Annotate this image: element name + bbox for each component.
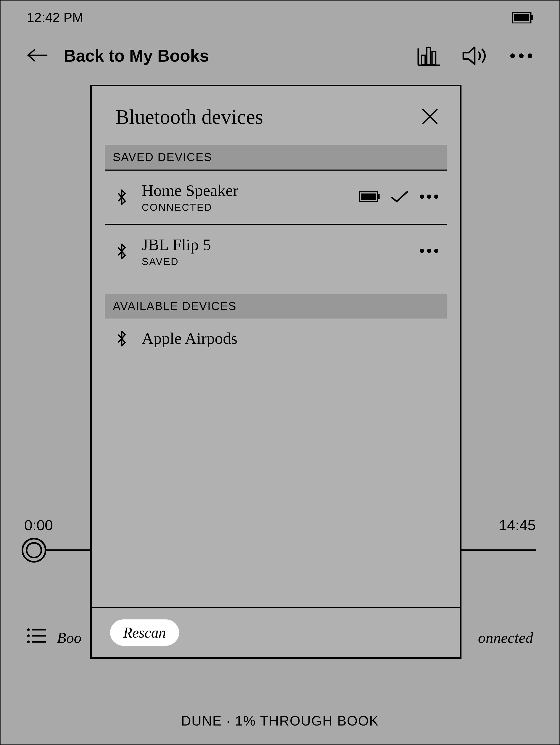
rescan-button[interactable]: Rescan bbox=[110, 619, 179, 646]
back-label[interactable]: Back to My Books bbox=[64, 46, 417, 66]
svg-point-24 bbox=[420, 195, 424, 199]
top-nav: Back to My Books bbox=[27, 40, 533, 72]
device-actions bbox=[359, 190, 439, 204]
svg-rect-1 bbox=[514, 14, 529, 21]
time-current: 0:00 bbox=[24, 517, 53, 533]
svg-point-25 bbox=[427, 195, 431, 199]
status-bar: 12:42 PM bbox=[1, 1, 559, 35]
bluetooth-modal: Bluetooth devices SAVED DEVICES Home Spe… bbox=[90, 85, 462, 659]
toc-icon[interactable] bbox=[27, 627, 46, 648]
nav-right bbox=[417, 45, 533, 66]
svg-marker-9 bbox=[463, 47, 475, 64]
device-name: Apple Airpods bbox=[142, 329, 439, 348]
device-status: SAVED bbox=[142, 256, 406, 267]
device-status: CONNECTED bbox=[142, 202, 346, 213]
equalizer-icon[interactable] bbox=[417, 45, 441, 66]
svg-rect-7 bbox=[427, 47, 430, 65]
modal-header: Bluetooth devices bbox=[92, 86, 460, 137]
device-info: Home Speaker CONNECTED bbox=[142, 181, 346, 213]
device-more-icon[interactable] bbox=[419, 194, 439, 200]
modal-body: SAVED DEVICES Home Speaker CONNECTED bbox=[92, 137, 460, 607]
svg-rect-6 bbox=[422, 55, 425, 65]
bottom-right-text: onnected bbox=[478, 629, 533, 647]
footer-status: DUNE · 1% THROUGH BOOK bbox=[1, 697, 559, 744]
device-actions bbox=[419, 248, 439, 255]
svg-point-28 bbox=[427, 249, 431, 253]
battery-icon bbox=[512, 12, 533, 24]
scrubber-handle[interactable] bbox=[22, 538, 46, 562]
svg-point-10 bbox=[510, 54, 515, 58]
bottom-left-text: Boo bbox=[57, 629, 82, 647]
svg-point-29 bbox=[434, 249, 438, 253]
more-icon[interactable] bbox=[509, 52, 533, 60]
book-progress-text: DUNE · 1% THROUGH BOOK bbox=[181, 713, 379, 729]
device-row[interactable]: Home Speaker CONNECTED bbox=[105, 170, 447, 225]
close-icon[interactable] bbox=[418, 105, 441, 129]
device-name: Home Speaker bbox=[142, 181, 346, 200]
svg-point-12 bbox=[528, 54, 532, 58]
device-battery-icon bbox=[359, 191, 380, 203]
svg-rect-8 bbox=[432, 52, 436, 65]
speaker-icon[interactable] bbox=[462, 45, 488, 66]
svg-point-15 bbox=[27, 635, 30, 637]
device-more-icon[interactable] bbox=[419, 248, 439, 255]
screen: 12:42 PM Back to My Books bbox=[0, 0, 560, 745]
checkmark-icon bbox=[391, 190, 409, 204]
svg-point-26 bbox=[434, 195, 438, 199]
clock: 12:42 PM bbox=[27, 10, 83, 25]
modal-footer: Rescan bbox=[92, 607, 460, 657]
bluetooth-icon bbox=[115, 189, 128, 205]
time-total: 14:45 bbox=[499, 517, 536, 533]
bluetooth-icon bbox=[115, 243, 128, 260]
device-info: Apple Airpods bbox=[142, 329, 439, 348]
modal-title: Bluetooth devices bbox=[115, 105, 263, 129]
device-info: JBL Flip 5 SAVED bbox=[142, 235, 406, 267]
device-name: JBL Flip 5 bbox=[142, 235, 406, 254]
svg-rect-22 bbox=[362, 193, 376, 200]
svg-rect-2 bbox=[531, 15, 533, 20]
section-available-header: AVAILABLE DEVICES bbox=[105, 294, 447, 319]
section-saved-header: SAVED DEVICES bbox=[105, 145, 447, 170]
svg-point-17 bbox=[27, 641, 30, 643]
svg-rect-23 bbox=[378, 194, 380, 199]
back-arrow-icon[interactable] bbox=[27, 49, 48, 63]
svg-point-13 bbox=[27, 628, 30, 631]
device-row[interactable]: JBL Flip 5 SAVED bbox=[105, 225, 447, 278]
svg-point-11 bbox=[519, 54, 524, 58]
svg-point-27 bbox=[420, 249, 424, 253]
bluetooth-icon bbox=[115, 330, 128, 347]
device-row[interactable]: Apple Airpods bbox=[105, 319, 447, 358]
